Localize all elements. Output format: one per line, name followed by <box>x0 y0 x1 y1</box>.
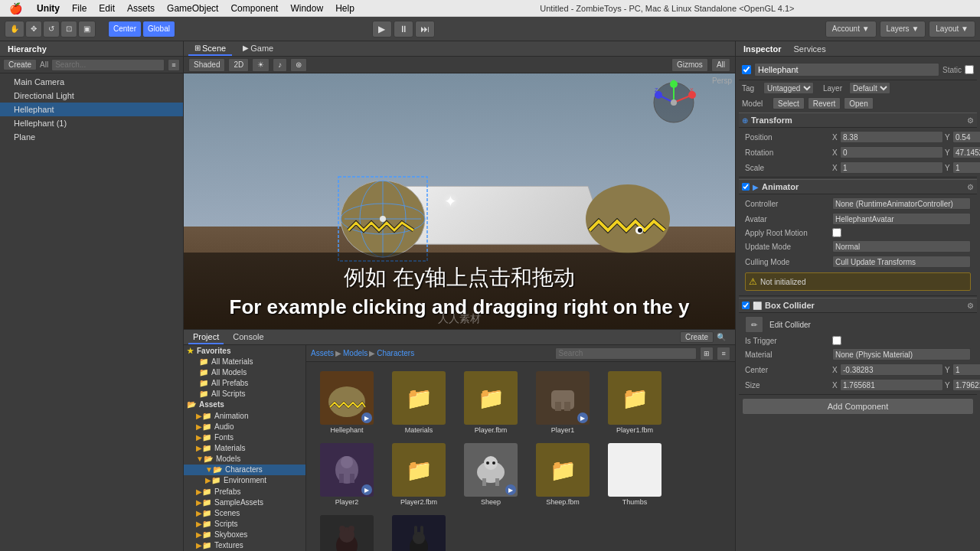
asset-thumbs[interactable]: Thumbs <box>600 440 669 509</box>
play-button[interactable]: ▶ <box>372 21 392 37</box>
scene-tab[interactable]: ⊞ Scene <box>188 41 232 56</box>
component-menu[interactable]: Component <box>224 0 284 16</box>
project-tab[interactable]: Project <box>188 330 224 344</box>
audio-folder[interactable]: ▶📁 Audio <box>184 421 305 432</box>
scale-x-input[interactable] <box>840 161 943 174</box>
file-menu[interactable]: File <box>66 0 93 16</box>
lighting-button[interactable]: ☀ <box>252 58 270 72</box>
asset-player1[interactable]: ▶ Player1 <box>528 368 597 437</box>
animator-enabled[interactable] <box>742 183 750 191</box>
asset-hellephant[interactable]: ▶ Hellephant <box>312 368 381 437</box>
pos-y-input[interactable] <box>952 131 980 143</box>
select-button[interactable]: Select <box>773 97 805 109</box>
box-collider-component[interactable]: ⬜ Box Collider ⚙ <box>739 298 977 313</box>
is-trigger-checkbox[interactable] <box>832 336 841 345</box>
step-button[interactable]: ⏭ <box>415 21 435 37</box>
asset-sheep[interactable]: ▶ Sheep <box>456 440 525 509</box>
rect-tool[interactable]: ▣ <box>78 21 96 37</box>
edit-menu[interactable]: Edit <box>93 0 121 16</box>
object-name-input[interactable] <box>754 63 939 77</box>
scale-y-input[interactable] <box>952 161 980 174</box>
pos-x-input[interactable] <box>840 131 943 143</box>
animation-folder[interactable]: ▶📁 Animation <box>184 410 305 421</box>
collider-menu[interactable]: ⚙ <box>967 302 974 310</box>
global-button[interactable]: Global <box>142 21 175 37</box>
controller-value[interactable]: None (RuntimeAnimatorController) <box>832 197 971 210</box>
favorites-folder[interactable]: ★ Favorites <box>184 345 305 356</box>
assets-search[interactable] <box>555 347 697 360</box>
transform-component[interactable]: ⊕ Transform ⚙ <box>739 112 977 128</box>
pause-button[interactable]: ⏸ <box>394 21 413 37</box>
game-tab[interactable]: ▶ Game <box>237 41 279 56</box>
update-mode-select[interactable]: Normal <box>832 240 971 253</box>
all-models[interactable]: 📁 All Models <box>184 367 305 377</box>
animator-component[interactable]: ▶ Animator ⚙ <box>739 179 977 194</box>
view-toggle[interactable]: ⊞ <box>700 347 714 360</box>
asset-sheepfbm[interactable]: 📁 Sheep.fbm <box>528 440 597 509</box>
asset-materials[interactable]: 📁 Materials <box>384 368 453 437</box>
services-tab[interactable]: Services <box>791 44 829 54</box>
inspector-tab[interactable]: Inspector <box>740 44 785 54</box>
gizmos-button[interactable]: Gizmos <box>671 58 708 72</box>
all-button[interactable]: All <box>711 58 730 72</box>
open-button[interactable]: Open <box>844 97 873 109</box>
console-tab[interactable]: Console <box>228 330 268 344</box>
scale-tool[interactable]: ⊡ <box>60 21 77 37</box>
hand-tool[interactable]: ✋ <box>5 21 24 37</box>
2d-button[interactable]: 2D <box>228 58 249 72</box>
object-enabled[interactable] <box>742 65 751 74</box>
characters-folder[interactable]: ▼📂 Characters <box>184 465 305 475</box>
hierarchy-tab[interactable]: Hierarchy <box>5 44 50 54</box>
gameobject-menu[interactable]: GameObject <box>161 0 224 16</box>
hier-hellephant[interactable]: Hellephant <box>0 103 183 116</box>
assets-folder[interactable]: 📂 Assets <box>184 399 305 410</box>
rotate-tool[interactable]: ↺ <box>43 21 60 37</box>
animator-menu[interactable]: ⚙ <box>967 183 974 191</box>
static-checkbox[interactable] <box>965 65 974 74</box>
size-x-input[interactable] <box>840 379 943 391</box>
breadcrumb-assets[interactable]: Assets <box>311 349 334 357</box>
scripts-folder[interactable]: ▶📁 Scripts <box>184 519 305 530</box>
center-button[interactable]: Center <box>108 21 142 37</box>
hier-main-camera[interactable]: Main Camera <box>0 75 183 89</box>
sort-button[interactable]: ≡ <box>717 347 730 360</box>
all-prefabs[interactable]: 📁 All Prefabs <box>184 377 305 388</box>
hier-hellephant1[interactable]: Hellephant (1) <box>0 116 183 130</box>
hier-plane[interactable]: Plane <box>0 130 183 144</box>
prefabs-folder[interactable]: ▶📁 Prefabs <box>184 486 305 497</box>
move-tool[interactable]: ✥ <box>25 21 42 37</box>
tag-select[interactable]: Untagged <box>763 82 814 94</box>
unity-menu[interactable]: Unity <box>31 0 66 16</box>
environment-folder[interactable]: ▶📁 Environment <box>184 475 305 486</box>
center-x-input[interactable] <box>840 364 943 376</box>
scene-viewport[interactable]: ✦ X <box>184 73 735 329</box>
center-y-input[interactable] <box>952 364 980 376</box>
asset-zombunny[interactable]: ▶ Zombunny <box>384 512 453 551</box>
material-value[interactable]: None (Physic Material) <box>832 348 971 360</box>
fx-button[interactable]: ⊛ <box>290 58 307 72</box>
hierarchy-options[interactable]: ≡ <box>168 59 180 71</box>
audio-button[interactable]: ♪ <box>273 58 287 72</box>
asset-player1fbm[interactable]: 📁 Player1.fbm <box>600 368 669 437</box>
hier-directional-light[interactable]: Directional Light <box>0 89 183 103</box>
rot-y-input[interactable] <box>952 146 980 158</box>
window-menu[interactable]: Window <box>284 0 329 16</box>
add-component-button[interactable]: Add Component <box>742 398 974 415</box>
sampleassets-folder[interactable]: ▶📁 SampleAssets <box>184 497 305 507</box>
help-menu[interactable]: Help <box>329 0 361 16</box>
apply-root-checkbox[interactable] <box>832 228 841 237</box>
models-folder[interactable]: ▼📂 Models <box>184 454 305 465</box>
avatar-value[interactable]: HellephantAvatar <box>832 213 971 225</box>
rot-x-input[interactable] <box>840 146 943 158</box>
shading-dropdown[interactable]: Shaded <box>188 58 225 72</box>
transform-menu[interactable]: ⚙ <box>967 116 974 125</box>
asset-zombear[interactable]: ▶ ZomBear <box>312 512 381 551</box>
all-scripts[interactable]: 📁 All Scripts <box>184 389 305 399</box>
breadcrumb-models[interactable]: Models <box>343 349 368 357</box>
textures-folder[interactable]: ▶📁 Textures <box>184 540 305 551</box>
account-button[interactable]: Account ▼ <box>825 21 877 37</box>
layers-button[interactable]: Layers ▼ <box>880 21 926 37</box>
all-materials[interactable]: 📁 All Materials <box>184 356 305 367</box>
hierarchy-create[interactable]: Create <box>3 59 37 70</box>
size-y-input[interactable] <box>952 379 980 391</box>
